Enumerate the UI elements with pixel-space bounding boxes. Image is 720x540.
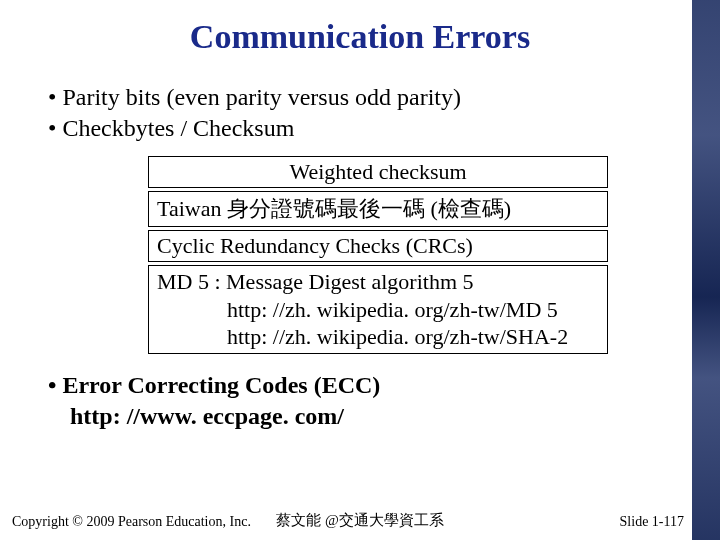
md5-title: MD 5 : Message Digest algorithm 5 — [157, 269, 474, 294]
slide-title: Communication Errors — [0, 18, 720, 56]
box-crc: Cyclic Redundancy Checks (CRCs) — [148, 230, 608, 262]
slide-number: Slide 1-117 — [620, 514, 684, 530]
box-taiwan-id: Taiwan 身分證號碼最後一碼 (檢查碼) — [148, 191, 608, 227]
bullet-ecc: • Error Correcting Codes (ECC) — [48, 372, 688, 399]
bullet-parity: • Parity bits (even parity versus odd pa… — [48, 84, 688, 111]
author-credit: 蔡文能 @交通大學資工系 — [0, 511, 720, 530]
box-weighted-checksum: Weighted checksum — [148, 156, 608, 188]
box-md5: MD 5 : Message Digest algorithm 5 http: … — [148, 265, 608, 354]
content-area: • Parity bits (even parity versus odd pa… — [0, 84, 720, 430]
box-group: Weighted checksum Taiwan 身分證號碼最後一碼 (檢查碼)… — [148, 156, 608, 354]
decorative-sidebar — [692, 0, 720, 540]
md5-link-2: http: //zh. wikipedia. org/zh-tw/SHA-2 — [157, 323, 599, 351]
ecc-url: http: //www. eccpage. com/ — [48, 403, 688, 430]
bullet-checksum: • Checkbytes / Checksum — [48, 115, 688, 142]
md5-link-1: http: //zh. wikipedia. org/zh-tw/MD 5 — [157, 296, 599, 324]
